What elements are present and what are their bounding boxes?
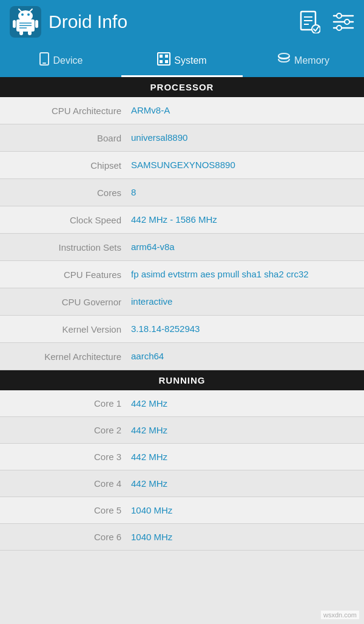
running-section-header: RUNNING <box>0 370 364 390</box>
tab-device-label: Device <box>53 55 83 66</box>
app-title: Droid Info <box>49 12 300 32</box>
instruction-sets-label: Instruction Sets <box>10 242 131 253</box>
table-row: Kernel Version 3.18.14-8252943 <box>0 316 364 343</box>
clock-speed-label: Clock Speed <box>10 214 131 225</box>
processor-info-table: CPU Architecture ARMv8-A Board universal… <box>0 97 364 370</box>
svg-point-4 <box>27 13 30 16</box>
kernel-version-label: Kernel Version <box>10 324 131 334</box>
processor-section-header: PROCESSOR <box>0 77 364 97</box>
core2-label: Core 2 <box>10 425 131 435</box>
svg-rect-8 <box>35 20 38 28</box>
instruction-sets-value: arm64-v8a <box>131 242 354 252</box>
svg-rect-7 <box>13 20 16 28</box>
app-header: Droid Info <box>0 0 364 44</box>
svg-point-23 <box>345 19 349 24</box>
table-row: CPU Features fp asimd evtstrm aes pmull … <box>0 261 364 288</box>
header-actions <box>300 10 354 33</box>
cpu-features-label: CPU Features <box>10 269 131 280</box>
core6-label: Core 6 <box>10 532 131 542</box>
kernel-architecture-value: aarch64 <box>131 351 354 361</box>
tab-system[interactable]: System <box>121 44 243 77</box>
running-cores-table: Core 1 442 MHz Core 2 442 MHz Core 3 442… <box>0 390 364 551</box>
cores-value: 8 <box>131 187 354 197</box>
system-icon <box>157 52 170 69</box>
core2-value: 442 MHz <box>131 425 167 435</box>
board-value: universal8890 <box>131 132 354 143</box>
app-logo <box>10 6 41 38</box>
clock-speed-value: 442 MHz - 1586 MHz <box>131 214 354 225</box>
table-row: Chipset SAMSUNGEXYNOS8890 <box>0 152 364 179</box>
svg-rect-10 <box>28 30 32 35</box>
svg-point-32 <box>278 53 289 58</box>
svg-point-22 <box>337 13 342 18</box>
tab-memory-label: Memory <box>294 55 329 66</box>
svg-rect-28 <box>160 55 163 58</box>
chipset-value: SAMSUNGEXYNOS8890 <box>131 160 354 170</box>
table-row: Core 5 1040 MHz <box>0 497 364 524</box>
watermark: wsxdn.com <box>321 611 359 619</box>
cpu-features-value: fp asimd evtstrm aes pmull sha1 sha2 crc… <box>131 269 354 279</box>
svg-rect-31 <box>165 60 168 63</box>
table-row: Core 2 442 MHz <box>0 417 364 444</box>
core4-label: Core 4 <box>10 478 131 489</box>
kernel-version-value: 3.18.14-8252943 <box>131 324 354 334</box>
cores-label: Cores <box>10 187 131 198</box>
cpu-governor-label: CPU Governor <box>10 296 131 307</box>
table-row: Core 6 1040 MHz <box>0 524 364 551</box>
tab-memory[interactable]: Memory <box>243 44 364 77</box>
svg-point-2 <box>18 10 33 21</box>
svg-rect-29 <box>165 55 168 58</box>
cpu-governor-value: interactive <box>131 296 354 307</box>
svg-point-3 <box>21 13 24 16</box>
table-row: Core 4 442 MHz <box>0 470 364 497</box>
core4-value: 442 MHz <box>131 478 167 489</box>
core5-label: Core 5 <box>10 505 131 515</box>
board-label: Board <box>10 132 131 143</box>
table-row: CPU Governor interactive <box>0 288 364 316</box>
table-row: Cores 8 <box>0 179 364 206</box>
tab-bar: Device System Memory <box>0 44 364 77</box>
report-button[interactable] <box>300 10 320 33</box>
memory-icon <box>277 53 291 68</box>
core3-value: 442 MHz <box>131 452 167 462</box>
core5-value: 1040 MHz <box>131 505 172 515</box>
tab-device[interactable]: Device <box>0 44 121 77</box>
svg-point-24 <box>337 25 342 30</box>
table-row: Clock Speed 442 MHz - 1586 MHz <box>0 206 364 234</box>
core6-value: 1040 MHz <box>131 532 172 542</box>
svg-rect-9 <box>19 30 23 35</box>
core1-value: 442 MHz <box>131 398 167 409</box>
cpu-architecture-label: CPU Architecture <box>10 105 131 116</box>
kernel-architecture-label: Kernel Architecture <box>10 351 131 362</box>
cpu-architecture-value: ARMv8-A <box>131 105 354 115</box>
table-row: Core 1 442 MHz <box>0 390 364 417</box>
settings-button[interactable] <box>332 12 354 32</box>
svg-rect-30 <box>160 60 163 63</box>
table-row: CPU Architecture ARMv8-A <box>0 97 364 124</box>
table-row: Board universal8890 <box>0 124 364 152</box>
table-row: Kernel Architecture aarch64 <box>0 343 364 370</box>
core1-label: Core 1 <box>10 398 131 409</box>
core3-label: Core 3 <box>10 452 131 462</box>
table-row: Core 3 442 MHz <box>0 444 364 470</box>
tab-system-label: System <box>174 55 206 66</box>
table-row: Instruction Sets arm64-v8a <box>0 234 364 261</box>
chipset-label: Chipset <box>10 160 131 171</box>
device-icon <box>39 52 50 69</box>
